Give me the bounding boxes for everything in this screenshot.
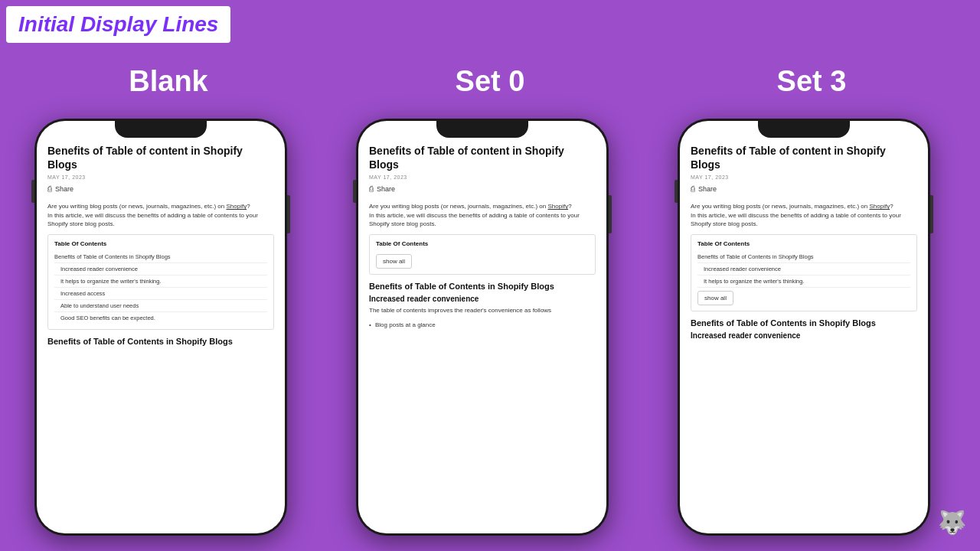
- phone-set0: Benefits of Table of content in Shopify …: [356, 119, 609, 536]
- shopify-link-set0[interactable]: Shopify: [547, 203, 568, 210]
- toc-item-2[interactable]: It helps to organize the writer's thinki…: [54, 276, 267, 288]
- share-section-set3: ⎙ Share: [691, 184, 917, 196]
- show-all-button-set3[interactable]: show all: [697, 291, 733, 305]
- article-title-blank: Benefits of Table of content in Shopify …: [47, 144, 274, 171]
- toc-item-3[interactable]: Increased access: [54, 288, 267, 300]
- toc-box-blank: Table Of Contents Benefits of Table of C…: [47, 234, 274, 330]
- phone-set3-screen: Benefits of Table of content in Shopify …: [680, 121, 928, 533]
- share-label-blank: Share: [55, 185, 74, 193]
- section-heading-set0: Benefits of Table of Contents in Shopify…: [369, 281, 596, 292]
- body-text-set0: Are you writing blog posts (or news, jou…: [369, 202, 596, 228]
- toc-item-set3-2[interactable]: It helps to organize the writer's thinki…: [697, 276, 910, 288]
- toc-title-set0: Table Of Contents: [376, 240, 589, 247]
- shopify-link-set3[interactable]: Shopify: [869, 203, 890, 210]
- share-section-blank: ⎙ Share: [47, 184, 274, 196]
- share-label-set0: Share: [377, 185, 395, 193]
- toc-box-set3: Table Of Contents Benefits of Table of C…: [691, 234, 917, 311]
- screen-set3-content: Benefits of Table of content in Shopify …: [680, 121, 928, 533]
- column-heading-set0: Set 0: [360, 65, 620, 98]
- bullet-item-0-set0: Blog posts at a glance: [369, 321, 596, 329]
- show-all-button-set0[interactable]: show all: [376, 254, 412, 269]
- section-heading-blank: Benefits of Table of Contents in Shopify…: [47, 336, 274, 347]
- phone-notch-set3: [758, 121, 850, 138]
- article-date-set3: MAY 17, 2023: [691, 174, 917, 180]
- screen-set0-content: Benefits of Table of content in Shopify …: [358, 121, 606, 533]
- section-heading-set3: Benefits of Table of Contents in Shopify…: [691, 318, 917, 328]
- shopify-link-blank[interactable]: Shopify: [226, 203, 247, 210]
- share-label-set3: Share: [698, 185, 717, 193]
- toc-title-blank: Table Of Contents: [54, 240, 267, 247]
- page-title: Initial Display Lines: [18, 12, 218, 36]
- toc-item-4[interactable]: Able to understand user needs: [54, 300, 267, 312]
- subsection-body-set0: The table of contents improves the reade…: [369, 306, 596, 315]
- phone-notch: [115, 121, 207, 138]
- toc-item-5[interactable]: Good SEO benefits can be expected.: [54, 312, 267, 324]
- toc-item-set3-0[interactable]: Benefits of Table of Contents in Shopify…: [697, 251, 910, 263]
- body-text-blank: Are you writing blog posts (or news, jou…: [47, 202, 274, 228]
- phone-blank-screen: Benefits of Table of content in Shopify …: [37, 121, 285, 533]
- phone-set3: Benefits of Table of content in Shopify …: [678, 119, 930, 536]
- phone-blank: Benefits of Table of content in Shopify …: [34, 119, 287, 536]
- phone-notch-set0: [436, 121, 528, 138]
- article-title-set3: Benefits of Table of content in Shopify …: [691, 144, 917, 171]
- toc-item-0[interactable]: Benefits of Table of Contents in Shopify…: [54, 251, 267, 263]
- article-date-set0: MAY 17, 2023: [369, 174, 596, 180]
- title-badge: Initial Display Lines: [6, 6, 230, 43]
- column-heading-blank: Blank: [38, 65, 299, 98]
- toc-item-set3-1[interactable]: Increased reader convenience: [697, 263, 910, 276]
- share-icon-blank: ⎙: [47, 184, 52, 193]
- body-text-set3: Are you writing blog posts (or news, jou…: [691, 202, 917, 228]
- subsection-heading-set0: Increased reader convenience: [369, 295, 596, 303]
- article-date-blank: MAY 17, 2023: [47, 174, 274, 180]
- subsection-heading-set3: Increased reader convenience: [691, 331, 917, 340]
- toc-title-set3: Table Of Contents: [697, 240, 910, 247]
- toc-item-1[interactable]: Increased reader convenience: [54, 263, 267, 276]
- share-section-set0: ⎙ Share: [369, 184, 596, 196]
- phone-set0-screen: Benefits of Table of content in Shopify …: [358, 121, 606, 533]
- mascot-icon: 🐺: [938, 509, 969, 540]
- column-heading-set3: Set 3: [681, 65, 942, 98]
- share-icon-set0: ⎙: [369, 184, 374, 193]
- share-icon-set3: ⎙: [691, 184, 695, 193]
- article-title-set0: Benefits of Table of content in Shopify …: [369, 144, 596, 171]
- toc-box-set0: Table Of Contents show all: [369, 234, 596, 275]
- screen-blank-content: Benefits of Table of content in Shopify …: [37, 121, 285, 533]
